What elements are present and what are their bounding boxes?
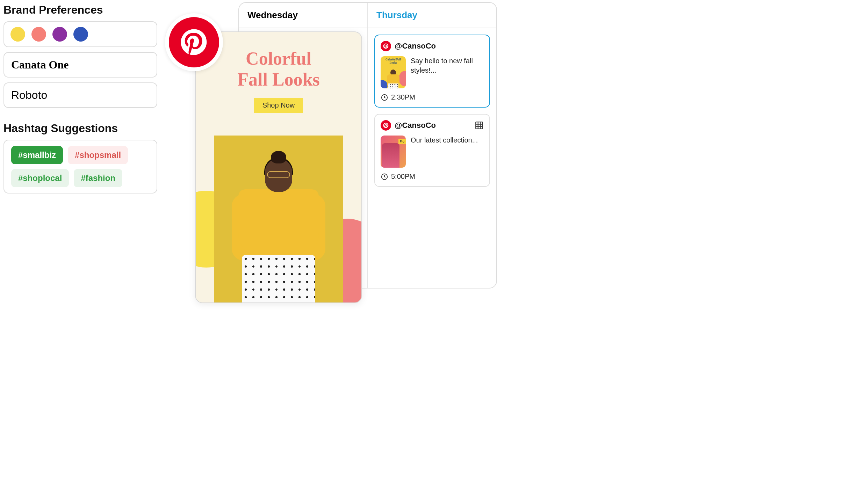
post-thumbnail: Colorful Fall Looks [381,56,406,88]
post-caption: Our latest collection... [411,136,478,168]
pinterest-badge [165,13,223,71]
color-swatch-4[interactable] [73,27,88,42]
post-caption: Say hello to new fall styles!... [411,56,484,88]
post-time: 5:00PM [391,173,415,181]
color-swatch-1[interactable] [10,27,25,42]
brand-preferences-section: Brand Preferences Canata One Roboto Hash… [3,3,157,198]
scheduled-post-2[interactable]: @CansoCo Flo Our latest collection... 5:… [374,114,490,187]
color-swatch-3[interactable] [52,27,67,42]
calendar-col-thursday: Thursday @CansoCo Colorful Fall Looks [368,3,496,288]
scheduled-post-1[interactable]: @CansoCo Colorful Fall Looks [374,35,490,108]
brand-heading: Brand Preferences [3,3,157,16]
color-swatch-2[interactable] [31,27,46,42]
clock-icon [381,173,388,181]
hashtag-smallbiz[interactable]: #smallbiz [11,146,63,164]
shop-now-button[interactable]: Shop Now [254,98,303,113]
hashtag-card: #smallbiz #shopsmall #shoplocal #fashion [3,140,157,193]
post-time: 2:30PM [391,93,415,101]
day-header-wednesday[interactable]: Wednesday [239,3,367,28]
clock-icon [381,94,388,101]
brand-colors-card[interactable] [3,21,157,47]
svg-rect-1 [476,122,483,129]
pinterest-icon [381,41,391,51]
grid-icon[interactable] [475,121,484,130]
post-handle: @CansoCo [395,42,484,51]
font-secondary-label: Roboto [11,89,150,102]
hashtag-heading: Hashtag Suggestions [3,122,157,135]
pin-photo [214,136,343,302]
font-primary-card[interactable]: Canata One [3,52,157,78]
pinterest-icon [381,120,391,131]
font-secondary-card[interactable]: Roboto [3,82,157,108]
hashtag-shoplocal[interactable]: #shoplocal [11,169,69,187]
post-thumbnail: Flo [381,136,406,168]
day-header-thursday[interactable]: Thursday [368,3,496,28]
hashtag-section: Hashtag Suggestions #smallbiz #shopsmall… [3,122,157,193]
post-handle: @CansoCo [395,121,471,130]
pinterest-logo-icon [169,17,219,67]
font-primary-label: Canata One [11,58,150,71]
pinterest-pin-preview[interactable]: ColorfulFall Looks Shop Now [195,31,362,303]
hashtag-fashion[interactable]: #fashion [74,169,122,187]
hashtag-shopsmall[interactable]: #shopsmall [68,146,128,164]
